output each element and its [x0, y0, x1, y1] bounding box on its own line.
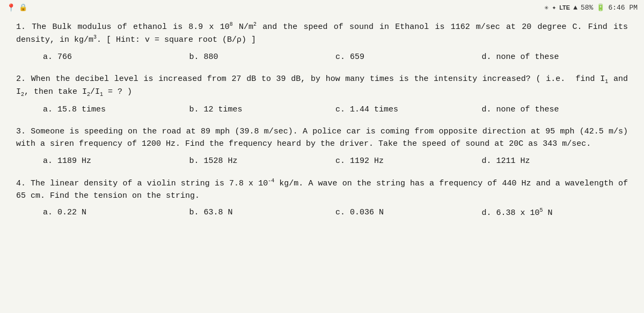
question-1-text: 1. The Bulk modulus of ethanol is 8.9 x …: [16, 20, 628, 47]
question-3-option-d: d. 1211 Hz: [482, 155, 628, 167]
question-2-option-b: b. 12 times: [189, 103, 336, 116]
question-4-option-b: b. 63.8 N: [189, 206, 336, 219]
question-2-option-a: a. 15.8 times: [43, 103, 189, 116]
bluetooth-icon: ✳: [545, 3, 549, 12]
question-2-option-d: d. none of these: [482, 103, 628, 116]
question-2-option-c: c. 1.44 times: [335, 103, 482, 116]
status-left: 📍 🔒: [6, 3, 27, 12]
signal-icon: ✦: [552, 3, 556, 12]
question-1-option-a: a. 766: [43, 51, 189, 63]
lte-label: LTE: [559, 4, 570, 11]
question-3-option-a: a. 1189 Hz: [43, 155, 189, 167]
status-bar: 📍 🔒 ✳ ✦ LTE ▲ 58% 🔋 6:46 PM: [0, 0, 644, 15]
question-2: 2. When the decibel level is increased f…: [16, 73, 628, 116]
question-4-option-d: d. 6.38 x 105 N: [482, 206, 628, 219]
question-3-option-b: b. 1528 Hz: [189, 155, 336, 167]
question-2-text: 2. When the decibel level is increased f…: [16, 73, 628, 99]
question-3: 3. Someone is speeding on the road at 89…: [16, 125, 628, 167]
question-2-options: a. 15.8 times b. 12 times c. 1.44 times …: [16, 103, 628, 116]
question-4: 4. The linear density of a violin string…: [16, 177, 628, 220]
wifi-icon: ▲: [573, 4, 577, 12]
battery-percent: 58%: [581, 4, 593, 12]
question-3-text: 3. Someone is speeding on the road at 89…: [16, 125, 628, 151]
battery-icon: 🔋: [596, 3, 605, 12]
main-content: 1. The Bulk modulus of ethanol is 8.9 x …: [0, 15, 644, 235]
question-4-text: 4. The linear density of a violin string…: [16, 177, 628, 203]
status-right: ✳ ✦ LTE ▲ 58% 🔋 6:46 PM: [545, 3, 638, 12]
question-1: 1. The Bulk modulus of ethanol is 8.9 x …: [16, 20, 628, 63]
question-4-option-c: c. 0.036 N: [335, 206, 482, 219]
question-1-option-b: b. 880: [189, 51, 336, 63]
question-1-option-d: d. none of these: [482, 51, 628, 63]
time-display: 6:46 PM: [608, 4, 638, 12]
location-icon: 📍: [6, 3, 16, 12]
question-3-options: a. 1189 Hz b. 1528 Hz c. 1192 Hz d. 1211…: [16, 155, 628, 167]
question-4-option-a: a. 0.22 N: [43, 206, 189, 219]
question-3-option-c: c. 1192 Hz: [335, 155, 482, 167]
lock-icon: 🔒: [19, 3, 27, 12]
question-1-option-c: c. 659: [335, 51, 482, 63]
question-1-options: a. 766 b. 880 c. 659 d. none of these: [16, 51, 628, 63]
question-4-options: a. 0.22 N b. 63.8 N c. 0.036 N d. 6.38 x…: [16, 206, 628, 219]
